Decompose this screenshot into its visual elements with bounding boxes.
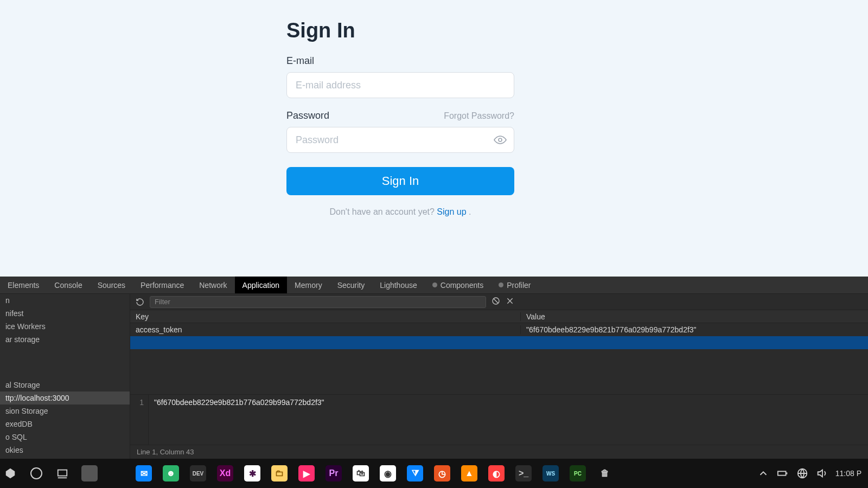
taskview-icon[interactable] [54,465,71,481]
ubuntu-icon[interactable]: ◷ [434,465,450,481]
volume-icon[interactable] [816,467,828,479]
sidebar-item[interactable]: ar storage [0,333,130,346]
mail-icon[interactable]: ✉ [136,465,152,481]
sidebar-item[interactable]: ice Workers [0,320,130,333]
sidebar-item[interactable]: o SQL [0,431,130,444]
devtools-tab-label: Sources [98,281,125,290]
table-blank [130,349,868,395]
devtools-toolbar [130,294,868,310]
sidebar-item[interactable]: ttp://localhost:3000 [0,391,130,404]
taskbar: ✉☻DEVXd✱🗀▶Pr🛍◉⧩◷▲◐>_WSPC🗑 11:08 P [0,459,868,488]
cell-value: "6f670bdeeb8229e9b821b776a029b99a772bd2f… [521,325,868,334]
signin-button[interactable]: Sign In [286,167,514,195]
value-editor: 1 "6f670bdeeb8229e9b821b776a029b99a772bd… [130,395,868,445]
devtools-tab-sources[interactable]: Sources [90,277,133,293]
devtools-tab-label: Lighthouse [380,281,417,290]
devtools-main: Key Value access_token "6f670bdeeb8229e9… [130,294,868,459]
sidebar-item[interactable]: nifest [0,307,130,320]
app-red-icon[interactable]: ◐ [488,465,505,481]
start-icon[interactable] [2,465,18,481]
password-label: Password [286,110,329,121]
taskbar-left [0,465,71,481]
signup-link[interactable]: Sign up [437,207,466,216]
email-field[interactable] [286,72,514,98]
taskbar-right: 11:08 P [757,467,868,479]
email-label: E-mail [286,55,314,67]
password-label-row: Password Forgot Password? [286,110,514,121]
app-green-icon[interactable]: ☻ [163,465,179,481]
table-header: Key Value [130,310,868,323]
svg-point-0 [499,138,502,142]
clock-text[interactable]: 11:08 P [835,469,861,478]
devtools-tab-security[interactable]: Security [330,277,373,293]
table-row-selected[interactable] [130,336,868,349]
vlc-icon[interactable]: ▲ [461,465,477,481]
eye-icon[interactable] [494,133,507,146]
pycharm-icon[interactable]: PC [570,465,586,481]
vscode-icon[interactable]: ⧩ [407,465,423,481]
devtools-tab-profiler[interactable]: Profiler [491,277,538,293]
webstorm-icon[interactable]: WS [542,465,559,481]
table-row[interactable]: access_token "6f670bdeeb8229e9b821b776a0… [130,323,868,336]
terminal-icon[interactable]: >_ [515,465,532,481]
devtools-tab-label: Security [337,281,365,290]
slack-icon[interactable]: ✱ [244,465,260,481]
devtools-tab-console[interactable]: Console [47,277,90,293]
music-icon[interactable]: ▶ [298,465,315,481]
filter-input[interactable] [150,296,486,308]
sidebar-item[interactable]: al Storage [0,378,130,391]
close-icon[interactable] [506,297,514,307]
devtools-tab-label: Application [242,281,280,290]
refresh-icon[interactable] [136,298,144,306]
signup-period: . [469,207,471,216]
network-icon[interactable] [796,467,808,479]
explorer-icon[interactable]: 🗀 [271,465,288,481]
cell-key: access_token [130,325,521,334]
devtools-tab-components[interactable]: Components [425,277,491,293]
premiere-icon[interactable]: Pr [326,465,342,481]
devtools-tab-elements[interactable]: Elements [0,277,47,293]
svg-rect-2 [58,470,67,476]
signup-row: Don't have an account yet? Sign up . [286,207,514,217]
forgot-password-link[interactable]: Forgot Password? [444,111,514,121]
devtools-tab-label: Performance [141,281,184,290]
taskbar-apps: ✉☻DEVXd✱🗀▶Pr🛍◉⧩◷▲◐>_WSPC🗑 [81,465,613,481]
devtools-tab-memory[interactable]: Memory [287,277,330,293]
chrome-icon[interactable]: ◉ [380,465,396,481]
cortana-icon[interactable] [81,465,98,481]
svg-rect-3 [778,471,786,475]
trash-icon[interactable]: 🗑 [597,465,613,481]
cancel-icon[interactable] [492,297,500,307]
xd-icon[interactable]: Xd [217,465,233,481]
sidebar-item[interactable]: n [0,294,130,307]
devtools-tab-performance[interactable]: Performance [133,277,192,293]
devtools-tab-label: Network [199,281,227,290]
chevron-up-icon[interactable] [757,467,769,479]
devtools-tab-lighthouse[interactable]: Lighthouse [372,277,425,293]
editor-status: Line 1, Column 43 [130,445,868,459]
cortana-icon[interactable] [28,465,44,481]
sidebar-item[interactable]: sion Storage [0,404,130,418]
sidebar-item[interactable]: okies [0,444,130,457]
signin-title: Sign In [286,19,514,42]
taskview-icon[interactable] [108,465,125,481]
sidebar-item[interactable]: exedDB [0,418,130,431]
editor-gutter: 1 [130,395,149,445]
col-value[interactable]: Value [521,312,868,321]
devtools-tab-network[interactable]: Network [192,277,234,293]
no-account-text: Don't have an account yet? [329,207,437,216]
devtools-panel: ElementsConsoleSourcesPerformanceNetwork… [0,277,868,459]
devtools-tab-label: Profiler [507,281,531,290]
devtools-tab-label: Memory [295,281,322,290]
devtools-tab-application[interactable]: Application [235,277,288,293]
password-field[interactable] [286,127,514,153]
editor-code[interactable]: "6f670bdeeb8229e9b821b776a029b99a772bd2f… [149,395,868,445]
col-key[interactable]: Key [130,312,521,321]
store-icon[interactable]: 🛍 [353,465,369,481]
password-wrap [286,127,514,165]
dev-icon[interactable]: DEV [190,465,206,481]
battery-icon[interactable] [777,467,789,479]
devtools-tab-label: Elements [8,281,39,290]
devtools-tabs: ElementsConsoleSourcesPerformanceNetwork… [0,277,868,294]
devtools-sidebar: nnifestice Workersar storageal Storagett… [0,294,130,459]
